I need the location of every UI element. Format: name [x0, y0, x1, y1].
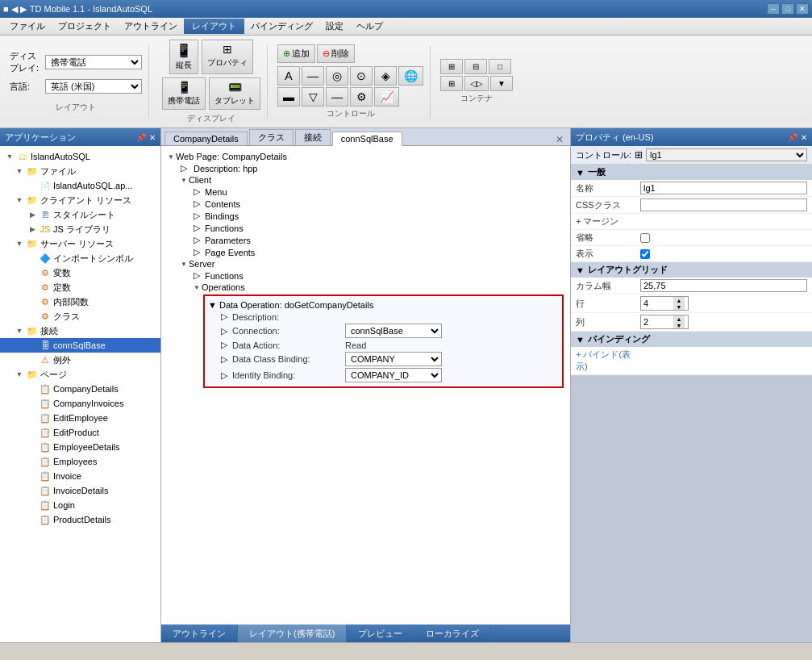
cols-up-button[interactable]: ▲: [673, 315, 685, 322]
menu-outline[interactable]: アウトライン: [118, 19, 184, 34]
menu-settings[interactable]: 設定: [319, 19, 350, 34]
tree-item-pages[interactable]: ▼ 📁 ページ: [0, 367, 160, 382]
tree-page-employees[interactable]: 📋 Employees: [0, 454, 160, 469]
remove-button[interactable]: ⊖ 削除: [317, 44, 355, 63]
プロパティ-button[interactable]: ⊞ プロパティ: [202, 40, 253, 74]
left-panel-close-icon[interactable]: ✕: [149, 133, 156, 142]
tree-page-invoice[interactable]: 📋 Invoice: [0, 469, 160, 483]
right-pin-icon[interactable]: 📌: [788, 133, 797, 142]
bottom-tab-layout[interactable]: レイアウト(携帯電話): [238, 624, 347, 642]
rows-down-button[interactable]: ▼: [673, 303, 685, 310]
center-tree-bindings[interactable]: ▷ Bindings: [168, 210, 564, 222]
tree-item-jslibrary[interactable]: ▶ JS JS ライブラリ: [0, 222, 160, 236]
cols-down-button[interactable]: ▼: [673, 322, 685, 328]
ctrl-btn-3[interactable]: ◎: [326, 66, 348, 86]
center-close-button[interactable]: ✕: [552, 134, 567, 145]
tab-connection[interactable]: 接続: [295, 129, 331, 145]
ctrl-btn-2[interactable]: —: [302, 66, 324, 86]
cols-input[interactable]: [641, 316, 673, 328]
center-tree-webpage[interactable]: ▼ Web Page: CompanyDetails: [168, 151, 564, 162]
center-tree-pageevents[interactable]: ▷ Page Events: [168, 246, 564, 258]
tree-page-companydetails[interactable]: 📋 CompanyDetails: [0, 382, 160, 396]
rows-input[interactable]: [641, 298, 673, 309]
menu-file[interactable]: ファイル: [3, 19, 52, 34]
cont-btn-3[interactable]: □: [489, 59, 511, 74]
data-op-classBinding-select[interactable]: COMPANY: [345, 352, 442, 366]
cont-btn-6[interactable]: ▼: [490, 76, 513, 91]
tree-page-invoicedetails[interactable]: 📋 InvoiceDetails: [0, 483, 160, 498]
bottom-tab-preview[interactable]: プレビュー: [347, 624, 414, 642]
cont-btn-1[interactable]: ⊞: [440, 59, 463, 74]
menu-binding[interactable]: バインディング: [244, 19, 319, 34]
tree-page-login[interactable]: 📋 Login: [0, 498, 160, 512]
ctrl-btn-5[interactable]: ◈: [374, 66, 397, 86]
center-tree-menu[interactable]: ▷ Menu: [168, 186, 564, 198]
ctrl-btn-9[interactable]: —: [326, 87, 348, 107]
tree-page-productdetails[interactable]: 📋 ProductDetails: [0, 512, 160, 527]
tab-connsqlbase[interactable]: connSqlBase: [332, 132, 402, 146]
tree-item-constants[interactable]: ⚙ 定数: [0, 280, 160, 294]
add-button[interactable]: ⊕ 追加: [277, 44, 315, 63]
tree-item-import[interactable]: 🔷 インポートシンボル: [0, 251, 160, 265]
abbreviation-checkbox[interactable]: [640, 233, 650, 243]
maximize-button[interactable]: □: [781, 3, 794, 15]
tree-item-exception[interactable]: ⚠ 例外: [0, 353, 160, 367]
display-select[interactable]: 携帯電話: [45, 55, 142, 69]
tree-item-files[interactable]: ▼ 📁 ファイル: [0, 164, 160, 178]
ctrl-btn-8[interactable]: ▽: [302, 87, 324, 107]
center-tree-client[interactable]: ▼ Client: [168, 174, 564, 186]
ctrl-btn-11[interactable]: 📈: [374, 87, 399, 107]
center-tree-server[interactable]: ▼ Server: [168, 258, 564, 269]
tree-page-editproduct[interactable]: 📋 EditProduct: [0, 425, 160, 440]
right-panel-close-icon[interactable]: ✕: [801, 133, 807, 142]
minimize-button[interactable]: ─: [767, 3, 780, 15]
tree-page-employeedetails[interactable]: 📋 EmployeeDetails: [0, 440, 160, 454]
ctrl-btn-7[interactable]: ▬: [277, 87, 300, 107]
center-tree-parameters[interactable]: ▷ Parameters: [168, 234, 564, 246]
縦長-button[interactable]: 📱 縦長: [169, 40, 198, 74]
tree-item-internal-functions[interactable]: ⚙ 内部関数: [0, 294, 160, 309]
bottom-tab-localize[interactable]: ローカライズ: [414, 624, 491, 642]
tree-item-connsqlbase[interactable]: 🗄 connSqlBase: [0, 338, 160, 353]
center-tree-contents[interactable]: ▷ Contents: [168, 198, 564, 210]
ctrl-btn-1[interactable]: A: [277, 66, 300, 86]
rows-up-button[interactable]: ▲: [673, 297, 685, 303]
tree-item-connection[interactable]: ▼ 📁 接続: [0, 324, 160, 338]
cont-btn-5[interactable]: ◁▷: [464, 76, 489, 91]
center-tree-description[interactable]: ▷ Description: hpp: [168, 162, 564, 174]
tree-item-server-resources[interactable]: ▼ 📁 サーバー リソース: [0, 236, 160, 251]
pin-icon[interactable]: 📌: [136, 133, 146, 142]
tab-class[interactable]: クラス: [249, 129, 294, 145]
tree-root[interactable]: ▼ 🗂 IslandAutoSQL: [0, 149, 160, 164]
control-type-select[interactable]: lg1: [646, 148, 807, 161]
name-input[interactable]: [640, 182, 807, 194]
cssclass-input[interactable]: [640, 198, 807, 211]
tree-item-variables[interactable]: ⚙ 変数: [0, 265, 160, 280]
tree-page-editemployee[interactable]: 📋 EditEmployee: [0, 411, 160, 425]
ctrl-btn-10[interactable]: ⚙: [350, 87, 373, 107]
タブレット-button[interactable]: 📟 タブレット: [209, 77, 260, 110]
center-tree-operations[interactable]: ▼ Operations: [168, 282, 564, 293]
lang-select[interactable]: 英語 (米国): [45, 79, 142, 94]
tree-item-class[interactable]: ⚙ クラス: [0, 309, 160, 324]
tree-item-islandautosql[interactable]: 📄 IslandAutoSQL.ap...: [0, 178, 160, 193]
tab-companydetails[interactable]: CompanyDetails: [164, 132, 248, 145]
close-button[interactable]: ✕: [796, 3, 809, 15]
data-op-title-row[interactable]: ▼ Data Operation: doGetCompanyDetails: [208, 299, 559, 311]
tree-item-stylesheet[interactable]: ▶ 🖹 スタイルシート: [0, 207, 160, 222]
tree-item-client-resources[interactable]: ▼ 📁 クライアント リソース: [0, 193, 160, 207]
ctrl-btn-4[interactable]: ⊙: [350, 66, 373, 86]
携帯電話-button[interactable]: 📱 携帯電話: [162, 77, 206, 110]
center-tree-functions-server[interactable]: ▷ Functions: [168, 269, 564, 282]
tree-page-companyinvoices[interactable]: 📋 CompanyInvoices: [0, 396, 160, 411]
display-checkbox[interactable]: [640, 249, 650, 259]
bind-display-label[interactable]: + バインド(表示): [576, 349, 640, 373]
cont-btn-4[interactable]: ⊞: [440, 76, 463, 91]
colwidth-input[interactable]: [640, 279, 807, 292]
data-op-identityBinding-select[interactable]: COMPANY_ID: [345, 368, 442, 382]
menu-project[interactable]: プロジェクト: [52, 19, 118, 34]
center-tree-functions-client[interactable]: ▷ Functions: [168, 222, 564, 234]
ctrl-btn-6[interactable]: 🌐: [398, 66, 423, 86]
menu-layout[interactable]: レイアウト: [184, 19, 244, 34]
data-op-connection-select[interactable]: connSqlBase: [345, 324, 442, 338]
